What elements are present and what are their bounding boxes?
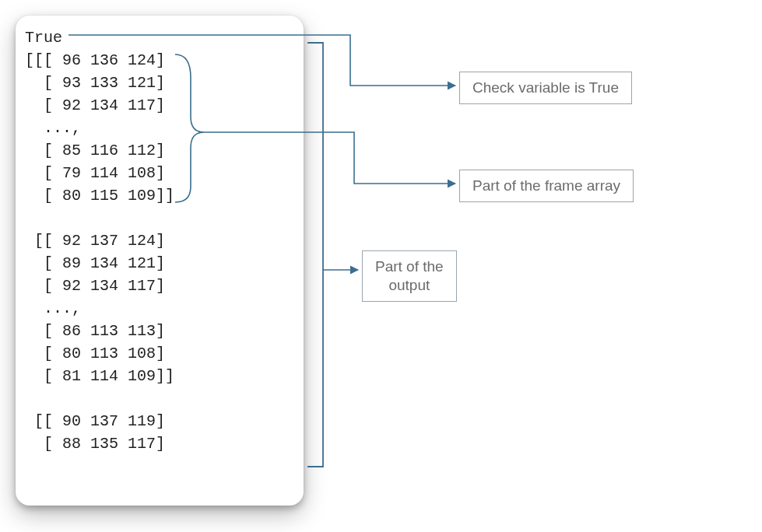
bracket-output	[307, 43, 323, 467]
code-output-card: True [[[ 96 136 124] [ 93 133 121] [ 92 …	[16, 16, 304, 506]
true-line: True	[25, 26, 294, 49]
array-output: [[[ 96 136 124] [ 93 133 121] [ 92 134 1…	[25, 49, 294, 455]
callout-check-variable: Check variable is True	[459, 72, 632, 104]
callout-output: Part of the output	[362, 250, 457, 302]
callout-frame-array: Part of the frame array	[459, 170, 634, 202]
